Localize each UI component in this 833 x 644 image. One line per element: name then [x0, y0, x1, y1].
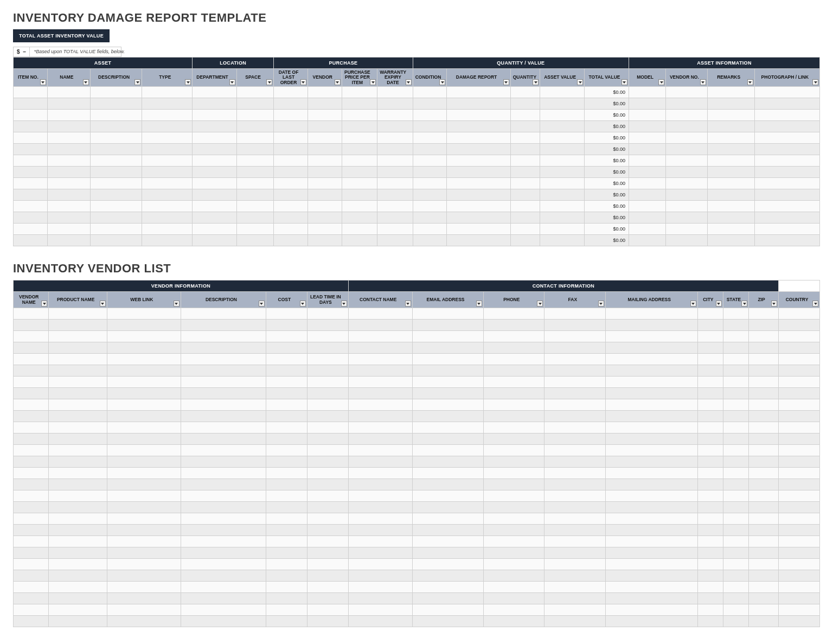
- column-header[interactable]: MAILING ADDRESS: [605, 292, 697, 308]
- cell[interactable]: [412, 365, 483, 377]
- cell[interactable]: $0.00: [585, 87, 629, 98]
- cell[interactable]: [90, 167, 142, 178]
- cell[interactable]: [544, 536, 606, 547]
- cell[interactable]: [754, 201, 819, 212]
- filter-dropdown-icon[interactable]: [83, 79, 89, 85]
- cell[interactable]: [749, 308, 779, 320]
- cell[interactable]: [49, 331, 107, 342]
- cell[interactable]: [697, 354, 723, 365]
- cell[interactable]: [697, 616, 723, 627]
- cell[interactable]: [412, 342, 483, 354]
- cell[interactable]: [778, 365, 819, 377]
- cell[interactable]: [14, 547, 49, 559]
- cell[interactable]: [540, 144, 585, 155]
- cell[interactable]: [544, 616, 606, 627]
- filter-dropdown-icon[interactable]: [174, 301, 180, 307]
- cell[interactable]: [544, 502, 606, 513]
- cell[interactable]: [605, 320, 697, 331]
- cell[interactable]: [778, 593, 819, 604]
- column-header[interactable]: COUNTRY: [778, 292, 819, 308]
- cell[interactable]: [749, 559, 779, 570]
- cell[interactable]: [107, 593, 181, 604]
- cell[interactable]: [266, 422, 307, 433]
- cell[interactable]: [778, 468, 819, 479]
- cell[interactable]: [181, 616, 266, 627]
- cell[interactable]: [544, 399, 606, 411]
- cell[interactable]: [307, 110, 342, 121]
- cell[interactable]: [749, 536, 779, 547]
- cell[interactable]: [307, 155, 342, 167]
- column-header[interactable]: ITEM NO.: [14, 69, 48, 87]
- column-header[interactable]: WEB LINK: [107, 292, 181, 308]
- cell[interactable]: [483, 377, 544, 388]
- cell[interactable]: [483, 468, 544, 479]
- cell[interactable]: [544, 388, 606, 399]
- cell[interactable]: [723, 445, 748, 456]
- cell[interactable]: [666, 155, 707, 167]
- cell[interactable]: [754, 110, 819, 121]
- column-header[interactable]: TOTAL VALUE: [585, 69, 629, 87]
- cell[interactable]: [342, 121, 377, 132]
- cell[interactable]: [483, 616, 544, 627]
- column-header[interactable]: VENDOR NO.: [666, 69, 707, 87]
- cell[interactable]: [348, 411, 412, 422]
- cell[interactable]: [49, 570, 107, 582]
- cell[interactable]: [348, 433, 412, 445]
- cell[interactable]: [181, 456, 266, 468]
- column-header[interactable]: PHONE: [483, 292, 544, 308]
- cell[interactable]: [483, 342, 544, 354]
- cell[interactable]: [447, 144, 510, 155]
- column-header[interactable]: CONDITION: [413, 69, 447, 87]
- cell[interactable]: [605, 559, 697, 570]
- cell[interactable]: [723, 468, 748, 479]
- cell[interactable]: [697, 536, 723, 547]
- filter-dropdown-icon[interactable]: [476, 301, 482, 307]
- cell[interactable]: [778, 445, 819, 456]
- cell[interactable]: [47, 201, 90, 212]
- cell[interactable]: [447, 201, 510, 212]
- cell[interactable]: [510, 98, 540, 110]
- filter-dropdown-icon[interactable]: [40, 79, 46, 85]
- cell[interactable]: [266, 456, 307, 468]
- cell[interactable]: [14, 422, 49, 433]
- cell[interactable]: [107, 365, 181, 377]
- cell[interactable]: [666, 98, 707, 110]
- cell[interactable]: [697, 308, 723, 320]
- cell[interactable]: [697, 604, 723, 616]
- cell[interactable]: [605, 570, 697, 582]
- cell[interactable]: [605, 536, 697, 547]
- cell[interactable]: [413, 212, 447, 224]
- cell[interactable]: [14, 388, 49, 399]
- cell[interactable]: [266, 559, 307, 570]
- cell[interactable]: [605, 377, 697, 388]
- cell[interactable]: [544, 582, 606, 593]
- cell[interactable]: [723, 433, 748, 445]
- cell[interactable]: [181, 308, 266, 320]
- cell[interactable]: [510, 235, 540, 246]
- column-header[interactable]: STATE: [723, 292, 748, 308]
- cell[interactable]: [47, 189, 90, 201]
- cell[interactable]: [697, 411, 723, 422]
- cell[interactable]: [605, 456, 697, 468]
- cell[interactable]: [697, 479, 723, 490]
- cell[interactable]: [142, 167, 193, 178]
- cell[interactable]: [749, 342, 779, 354]
- cell[interactable]: [193, 212, 237, 224]
- cell[interactable]: [605, 308, 697, 320]
- cell[interactable]: [377, 201, 413, 212]
- column-header[interactable]: PHOTOGRAPH / LINK: [754, 69, 819, 87]
- cell[interactable]: [274, 167, 308, 178]
- cell[interactable]: [307, 502, 348, 513]
- cell[interactable]: [723, 502, 748, 513]
- cell[interactable]: [697, 433, 723, 445]
- cell[interactable]: [666, 87, 707, 98]
- cell[interactable]: [697, 331, 723, 342]
- cell[interactable]: [90, 144, 142, 155]
- cell[interactable]: [629, 155, 665, 167]
- filter-dropdown-icon[interactable]: [341, 301, 347, 307]
- cell[interactable]: [483, 308, 544, 320]
- column-header[interactable]: DESCRIPTION: [90, 69, 142, 87]
- cell[interactable]: [540, 155, 585, 167]
- cell[interactable]: [107, 468, 181, 479]
- filter-dropdown-icon[interactable]: [405, 301, 411, 307]
